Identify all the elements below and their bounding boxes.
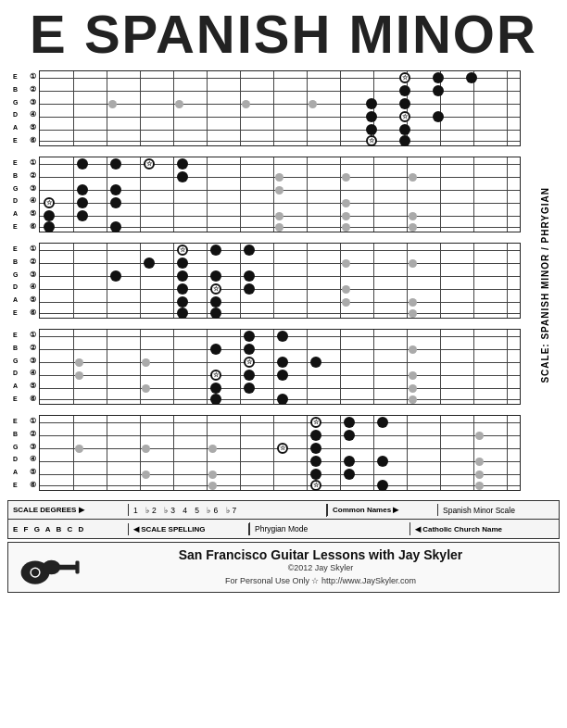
nd2-r1: ☆ <box>144 158 155 169</box>
nd3-4 <box>177 257 188 269</box>
nd2-5 <box>110 184 121 195</box>
nd5-9 <box>310 469 321 480</box>
nd3-7 <box>210 270 221 282</box>
nd3-3 <box>144 257 155 269</box>
row-nums-4: ①②③④⑤⑥ <box>26 329 39 405</box>
nd4-3 <box>210 344 221 355</box>
diagram-row-2: E B G D A E ①②③④⑤⑥ <box>13 153 524 236</box>
nd4-6 <box>310 357 321 368</box>
nd2-13 <box>177 158 188 169</box>
gray-d3-2 <box>409 259 417 268</box>
scale-degrees-label: SCALE DEGREES ▶ <box>8 504 129 516</box>
gray-d5-7 <box>475 432 484 440</box>
note-d1-3 <box>466 72 477 83</box>
string-b: B <box>13 86 26 93</box>
nd3-5 <box>110 270 121 282</box>
svg-rect-3 <box>75 561 79 574</box>
info-row-2: E F G A B C D ◀ SCALE SPELLING Phrygian … <box>8 520 559 538</box>
row-nums-1: ①②③④⑤⑥ <box>26 70 39 146</box>
gray-d1-1 <box>108 100 117 108</box>
footer-brand: San Francisco Guitar Lessons with Jay Sk… <box>90 547 551 562</box>
fretboard-5: ☆ ☆ ☆ <box>39 415 521 491</box>
diagram-row-1: E B G D A E ①②③④⑤⑥ <box>13 67 524 150</box>
nd3-r1: ☆ <box>177 245 188 256</box>
nd2-10 <box>77 210 88 221</box>
gray-d3-4 <box>409 298 417 307</box>
gray-d4-7 <box>409 384 417 393</box>
gray-d2-6 <box>275 212 284 220</box>
nd5-8 <box>377 456 388 467</box>
scale-spelling-label: ◀ SCALE SPELLING <box>129 523 249 535</box>
nd3-9 <box>177 283 188 295</box>
gray-d4-8 <box>409 395 417 404</box>
nd5-3 <box>310 430 321 441</box>
gray-d2-9 <box>275 223 284 232</box>
note-d1-6 <box>366 98 377 109</box>
nd5-1 <box>344 417 355 428</box>
string-a: A <box>13 124 26 131</box>
nd2-6: ☆ <box>44 197 55 208</box>
nd2-2 <box>110 158 121 169</box>
gray-d2-8 <box>409 212 417 220</box>
scale-degrees-value: 1 ♭2 ♭3 4 5 ♭6 ♭7 <box>129 504 327 517</box>
gray-d4-5 <box>409 345 417 354</box>
nd5-11 <box>377 480 388 491</box>
gray-d5-9 <box>475 471 484 479</box>
nd4-7 <box>244 370 255 381</box>
note-d1-1: ☆ <box>399 72 410 83</box>
nd5-r3: ☆ <box>310 480 321 491</box>
gray-d2-11 <box>409 223 417 232</box>
string-labels-4: E B G D A E <box>13 329 26 405</box>
string-g: G <box>13 99 26 106</box>
diagram-row-3: E B G D A E ①②③④⑤⑥ <box>13 239 524 322</box>
note-d1-12 <box>399 124 410 135</box>
nd5-5 <box>310 443 321 454</box>
note-d1-13: ☆ <box>366 135 377 146</box>
nd5-10 <box>344 469 355 480</box>
nd2-7 <box>77 197 88 208</box>
nd3-10 <box>244 283 255 295</box>
gray-d2-10 <box>342 223 350 232</box>
gray-d5-5 <box>208 471 217 479</box>
note-d1-9: ☆ <box>399 111 410 122</box>
nd2-4 <box>77 184 88 195</box>
gray-d2-7 <box>342 212 350 220</box>
gray-d2-1 <box>275 173 284 182</box>
gray-d5-6 <box>208 482 217 490</box>
title-area: E SPANISH MINOR <box>0 0 567 65</box>
string-labels-2: E B G D A E <box>13 157 26 232</box>
gray-d2-4 <box>275 186 284 195</box>
gray-d3-3 <box>342 285 350 294</box>
gray-d1-4 <box>309 100 317 108</box>
nd4-2 <box>277 331 288 342</box>
nd3-13 <box>177 308 188 319</box>
gray-d1-2 <box>175 100 183 108</box>
gray-d2-5 <box>342 199 350 207</box>
footer: San Francisco Guitar Lessons with Jay Sk… <box>7 542 560 593</box>
nd5-7 <box>344 456 355 467</box>
common-names-label: Common Names ▶ <box>327 504 438 516</box>
nd2-8 <box>110 197 121 208</box>
note-d1-4 <box>399 85 410 96</box>
gray-d5-3 <box>208 445 217 453</box>
fretboard-3: ☆ ☆ <box>39 243 521 319</box>
gray-d4-4 <box>142 384 150 393</box>
gray-d1-3 <box>242 100 250 108</box>
nd4-4 <box>244 344 255 355</box>
nd4-5 <box>277 357 288 368</box>
note-d1-14 <box>399 135 410 146</box>
nd3-r2: ☆ <box>210 283 221 295</box>
diagram-row-4: E B G D A E ①②③④⑤⑥ <box>13 325 524 408</box>
gray-d4-6 <box>409 371 417 380</box>
footer-text-area: San Francisco Guitar Lessons with Jay Sk… <box>90 547 551 587</box>
string-e-high: E <box>13 73 26 80</box>
gray-d4-1 <box>75 358 83 367</box>
nd3-2 <box>244 245 255 256</box>
nd4-1 <box>244 331 255 342</box>
phrygian-mode: Phrygian Mode <box>249 522 410 535</box>
svg-rect-2 <box>52 565 78 571</box>
gray-d3-1 <box>342 259 350 268</box>
scale-side-text: SCALE: SPANISH MINOR / PHRYGIAN <box>540 187 553 383</box>
nd4-r1: ☆ <box>244 357 255 368</box>
gray-d2-3 <box>409 173 417 182</box>
